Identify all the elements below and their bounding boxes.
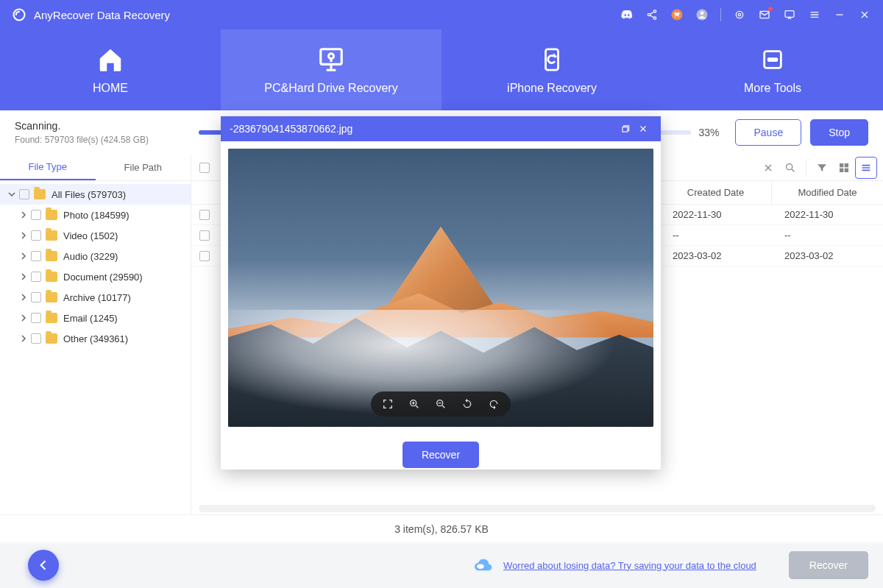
caret-right-icon[interactable] xyxy=(19,273,28,280)
nav-pc-label: PC&Hard Drive Recovery xyxy=(264,82,397,95)
cloud-save-link[interactable]: Worred about losing data? Try saving you… xyxy=(503,560,756,571)
row-checkbox[interactable] xyxy=(199,230,210,241)
caret-right-icon[interactable] xyxy=(19,335,28,342)
tree-document[interactable]: Document (29590) xyxy=(0,266,191,287)
horizontal-scrollbar[interactable] xyxy=(199,505,876,512)
back-button[interactable] xyxy=(28,550,59,581)
restore-window-icon[interactable] xyxy=(617,120,634,138)
menu-icon[interactable] xyxy=(808,8,821,21)
sidebar-tab-file-type[interactable]: File Type xyxy=(0,155,96,180)
cell-created: -- xyxy=(659,230,771,241)
summary-bar: 3 item(s), 826.57 KB xyxy=(0,514,883,542)
caret-down-icon[interactable] xyxy=(7,191,16,198)
caret-right-icon[interactable] xyxy=(19,294,28,301)
sidebar-tab-file-path[interactable]: File Path xyxy=(96,155,191,180)
clear-icon[interactable] xyxy=(757,157,779,179)
selection-summary: 3 item(s), 826.57 KB xyxy=(394,523,489,535)
cell-modified: 2022-11-30 xyxy=(771,209,883,220)
tree-archive[interactable]: Archive (10177) xyxy=(0,287,191,308)
feedback-icon[interactable] xyxy=(783,8,796,21)
caret-right-icon[interactable] xyxy=(19,232,28,239)
checkbox[interactable] xyxy=(31,272,41,282)
nav-home[interactable]: HOME xyxy=(0,29,221,110)
folder-icon xyxy=(46,230,57,241)
nav-home-label: HOME xyxy=(93,82,128,95)
row-checkbox[interactable] xyxy=(199,210,210,220)
col-created[interactable]: Created Date xyxy=(659,181,771,204)
tree-all-files[interactable]: All Files (579703) xyxy=(0,184,191,205)
checkbox[interactable] xyxy=(19,189,29,199)
svg-rect-20 xyxy=(845,163,848,167)
preview-dialog: -283679041453870662.jpg Recover xyxy=(221,116,661,470)
svg-point-7 xyxy=(736,11,742,18)
tree-label: Other (349361) xyxy=(63,333,128,344)
bottom-bar: Worred about losing data? Try saving you… xyxy=(0,542,883,588)
tree-label: Audio (3229) xyxy=(63,251,118,262)
select-all-checkbox[interactable] xyxy=(199,163,210,173)
tree-photo[interactable]: Photo (184599) xyxy=(0,205,191,225)
svg-rect-10 xyxy=(785,11,794,18)
checkbox[interactable] xyxy=(31,230,41,241)
preview-header[interactable]: -283679041453870662.jpg xyxy=(221,116,661,141)
tree-other[interactable]: Other (349361) xyxy=(0,328,191,349)
titlebar-divider xyxy=(720,8,721,21)
cell-created: 2022-11-30 xyxy=(659,209,771,220)
monitor-icon xyxy=(316,45,346,74)
row-checkbox[interactable] xyxy=(199,251,210,261)
tree-email[interactable]: Email (1245) xyxy=(0,308,191,328)
recover-button-disabled[interactable]: Recover xyxy=(789,551,868,579)
nav-more-tools[interactable]: More Tools xyxy=(662,29,883,110)
caret-right-icon[interactable] xyxy=(19,252,28,260)
filter-icon[interactable] xyxy=(811,157,833,179)
main-nav: HOME PC&Hard Drive Recovery iPhone Recov… xyxy=(0,29,883,110)
nav-more-label: More Tools xyxy=(744,82,801,95)
close-preview-icon[interactable] xyxy=(634,120,652,138)
discord-icon[interactable] xyxy=(620,8,634,21)
file-tree: All Files (579703) Photo (184599) Video … xyxy=(0,181,191,352)
tree-label: All Files (579703) xyxy=(52,189,126,200)
rotate-right-icon[interactable] xyxy=(487,397,500,411)
fullscreen-icon[interactable] xyxy=(381,397,394,411)
profile-icon[interactable] xyxy=(695,8,709,21)
folder-icon xyxy=(46,292,57,302)
folder-icon xyxy=(34,189,46,199)
rotate-left-icon[interactable] xyxy=(461,397,474,411)
stop-button[interactable]: Stop xyxy=(810,119,868,146)
target-icon[interactable] xyxy=(733,8,746,21)
tree-video[interactable]: Video (1502) xyxy=(0,225,191,246)
minimize-icon[interactable] xyxy=(833,8,846,21)
cell-modified: 2023-03-02 xyxy=(771,250,883,261)
image-controls xyxy=(371,392,511,417)
grid-view-icon[interactable] xyxy=(833,157,855,179)
caret-right-icon[interactable] xyxy=(19,211,28,219)
list-view-icon[interactable] xyxy=(855,157,877,179)
svg-point-17 xyxy=(775,58,777,60)
checkbox[interactable] xyxy=(31,210,41,220)
mail-icon[interactable] xyxy=(758,8,771,21)
share-icon[interactable] xyxy=(645,8,659,21)
tree-label: Email (1245) xyxy=(63,313,118,324)
checkbox[interactable] xyxy=(31,251,41,261)
scanning-label: Scanning. xyxy=(15,120,191,132)
caret-right-icon[interactable] xyxy=(19,314,28,322)
scan-percent: 33% xyxy=(698,127,719,138)
cart-icon[interactable] xyxy=(670,8,684,21)
pause-button[interactable]: Pause xyxy=(735,119,801,146)
nav-iphone-recovery[interactable]: iPhone Recovery xyxy=(442,29,662,110)
preview-recover-button[interactable]: Recover xyxy=(403,442,479,468)
found-label: Found: 579703 file(s) (424.58 GB) xyxy=(15,135,191,145)
close-icon[interactable] xyxy=(858,8,871,21)
nav-pc-recovery[interactable]: PC&Hard Drive Recovery xyxy=(221,29,442,110)
tree-audio[interactable]: Audio (3229) xyxy=(0,246,191,266)
col-modified[interactable]: Modified Date xyxy=(771,181,883,204)
preview-image xyxy=(228,149,653,427)
folder-icon xyxy=(46,333,57,344)
checkbox[interactable] xyxy=(31,313,41,323)
tree-label: Document (29590) xyxy=(63,272,143,283)
search-icon[interactable] xyxy=(779,157,801,179)
zoom-in-icon[interactable] xyxy=(408,397,421,411)
checkbox[interactable] xyxy=(31,292,41,302)
svg-point-12 xyxy=(329,54,334,59)
checkbox[interactable] xyxy=(31,333,41,344)
zoom-out-icon[interactable] xyxy=(434,397,447,411)
